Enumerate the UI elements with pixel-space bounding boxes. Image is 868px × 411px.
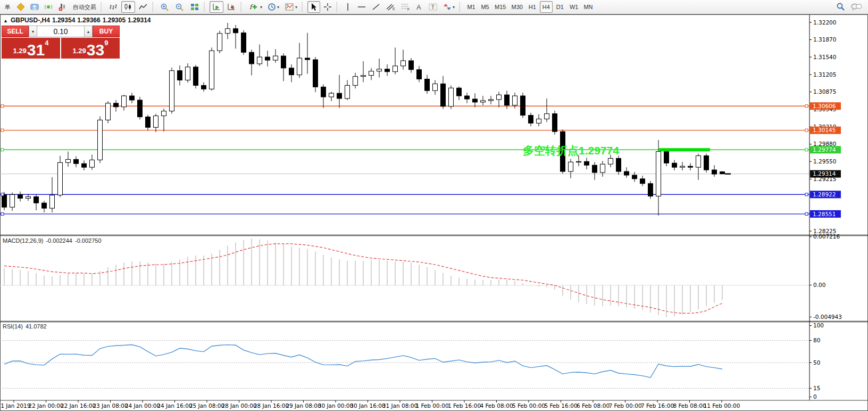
sell-button[interactable]: SELL (2, 26, 29, 37)
new-order-button[interactable]: 单 (2, 1, 13, 13)
candle-down (313, 60, 318, 87)
candle-up (210, 51, 214, 89)
cursor-icon[interactable] (307, 1, 320, 13)
text-icon[interactable]: A (413, 1, 425, 13)
quote-low: 1.29305 (103, 17, 126, 24)
timeframe-m1[interactable]: M1 (465, 1, 478, 13)
toolbar-gripper (152, 2, 155, 12)
candle-down (624, 171, 629, 175)
label-icon[interactable]: T (426, 1, 440, 13)
candle-down (202, 85, 206, 89)
chart-shift-icon[interactable] (224, 1, 238, 13)
timeframe-mn[interactable]: MN (581, 1, 595, 13)
line-handle[interactable] (805, 129, 808, 131)
line-chart-icon[interactable] (136, 1, 150, 13)
candle-up (66, 159, 71, 162)
arrows-icon[interactable]: ▾ (441, 1, 457, 13)
trendline-icon[interactable] (370, 1, 382, 13)
periods-icon[interactable]: ▾ (265, 1, 281, 13)
svg-text:F: F (407, 7, 410, 11)
macd-tick-label: 0.007216 (813, 233, 840, 240)
bar-chart-icon[interactable] (106, 1, 120, 13)
templates-icon[interactable]: ▾ (282, 1, 299, 13)
candlestick-icon[interactable] (121, 1, 135, 13)
line-handle[interactable] (1, 105, 4, 108)
autotrading-icon[interactable] (56, 1, 70, 13)
channel-icon[interactable]: E (383, 1, 397, 13)
macd-label: MACD(12,26,9)-0.002244-0.002750 (3, 237, 104, 244)
candle-up (537, 119, 541, 123)
line-handle[interactable] (1, 149, 4, 151)
timeframe-m15[interactable]: M15 (493, 1, 508, 13)
candle-down (465, 96, 470, 99)
candle-up (449, 88, 454, 106)
candle-down (34, 196, 39, 203)
metaquotes-icon[interactable] (14, 1, 27, 13)
fibonacci-icon[interactable]: F (398, 1, 412, 13)
candle-down (632, 175, 637, 179)
zoom-in-icon[interactable] (158, 1, 172, 13)
vertical-line-icon[interactable] (342, 1, 354, 13)
time-tick-label: 28 Jan 00:00 (221, 402, 256, 409)
autotrading-label[interactable]: 自动交易 (71, 1, 98, 13)
timeframe-h1[interactable]: H1 (526, 1, 539, 13)
time-tick-label: 25 Jan 08:00 (189, 402, 224, 409)
volume-input[interactable]: 0.10 (37, 26, 84, 37)
chat-icon[interactable] (848, 1, 864, 13)
price-badge-label: 1.29774 (813, 146, 836, 153)
line-handle[interactable] (1, 212, 4, 215)
line-handle[interactable] (1, 129, 4, 131)
line-handle[interactable] (805, 105, 808, 108)
horizontal-line-icon[interactable] (355, 1, 369, 13)
indicators-icon[interactable]: f▾ (246, 1, 264, 13)
candle-down (281, 56, 286, 68)
line-handle[interactable] (805, 193, 808, 196)
annotation-text[interactable]: 多空转折点1.29774 (523, 144, 619, 157)
candle-up (656, 152, 661, 196)
candle-up (106, 103, 111, 120)
search-icon[interactable] (833, 1, 847, 13)
time-tick-label: 5 Feb 00:00 (512, 402, 545, 409)
timeframe-w1[interactable]: W1 (567, 1, 581, 13)
volume-increase-button[interactable]: ▲ (84, 26, 93, 37)
candle-down (337, 93, 342, 98)
candle-down (592, 165, 597, 172)
timeframe-h4[interactable]: H4 (540, 1, 553, 13)
volume-decrease-button[interactable]: ▼ (29, 26, 37, 37)
candle-up (257, 57, 262, 64)
candle-up (50, 195, 55, 208)
timeframe-m30[interactable]: M30 (509, 1, 524, 13)
svg-text:A: A (416, 3, 421, 11)
candle-down (321, 87, 326, 97)
signals-icon[interactable] (42, 1, 55, 13)
tile-windows-icon[interactable] (188, 1, 202, 13)
candlestick-chart[interactable]: 多空转折点1.297741.322001.318701.315401.31205… (0, 0, 868, 411)
candle-down (640, 179, 645, 184)
hosting-icon[interactable] (28, 1, 41, 13)
time-tick-label: 8 Feb 08:00 (673, 402, 706, 409)
time-tick-label: 11 Feb 00:00 (704, 402, 740, 409)
candle-up (481, 101, 486, 102)
candle-up (433, 84, 438, 91)
timeframe-d1[interactable]: D1 (554, 1, 566, 13)
candle-down (194, 67, 198, 86)
price-tick-label: 1.31870 (813, 36, 836, 43)
candle-up (170, 71, 174, 111)
line-handle[interactable] (805, 149, 808, 151)
candle-up (90, 160, 95, 167)
collapse-panel-icon[interactable]: ▲ (3, 18, 8, 23)
buy-price-display[interactable]: 1.29 33 9 (61, 38, 120, 59)
candle-down (146, 117, 151, 128)
candle-down (409, 61, 414, 70)
zoom-out-icon[interactable] (173, 1, 187, 13)
line-handle[interactable] (1, 193, 4, 196)
crosshair-icon[interactable] (321, 1, 334, 13)
sell-price-display[interactable]: 1.29 31 4 (2, 38, 60, 59)
candle-up (361, 76, 366, 77)
timeframe-m5[interactable]: M5 (479, 1, 491, 13)
buy-button[interactable]: BUY (93, 26, 120, 37)
line-handle[interactable] (805, 212, 808, 215)
auto-scroll-icon[interactable] (210, 1, 223, 13)
macd-tick-label: 0.00 (813, 282, 825, 288)
sell-price-small: 1.29 (13, 47, 27, 55)
